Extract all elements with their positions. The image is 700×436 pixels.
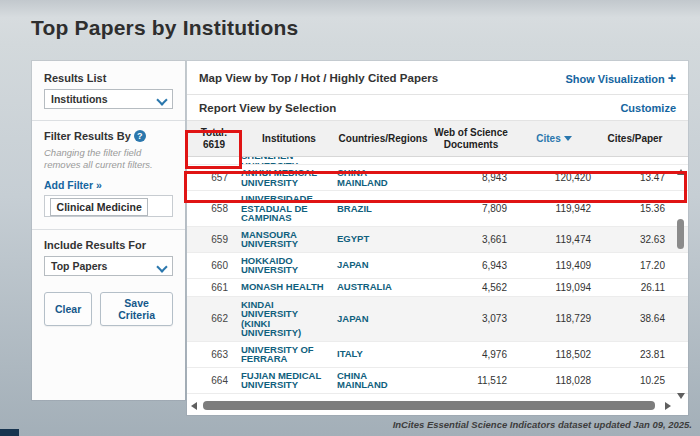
row-institution[interactable]: FUJIAN MEDICAL UNIVERSITY xyxy=(241,371,337,390)
row-rank: 660 xyxy=(187,260,241,271)
vertical-scrollbar[interactable] xyxy=(676,161,686,399)
add-filter-link[interactable]: Add Filter » xyxy=(44,179,173,191)
table-body: SHENZHEN UNIVERSITY 657 ANHUI MEDICAL UN… xyxy=(187,157,688,399)
row-country: CHINA MAINLAND xyxy=(337,371,429,390)
row-institution[interactable]: UNIVERSIDADE ESTADUAL DE CAMPINAS xyxy=(241,194,337,223)
filter-field[interactable]: Clinical Medicine xyxy=(44,195,173,217)
row-rank: 662 xyxy=(187,313,241,324)
report-panel: Map View by Top / Hot / Highly Cited Pap… xyxy=(187,61,688,415)
row-cites: 118,729 xyxy=(513,313,595,324)
row-rank: 657 xyxy=(187,172,241,183)
total-header-cell: Total: 6619 xyxy=(187,127,241,150)
help-icon[interactable]: ? xyxy=(134,130,146,142)
table-row[interactable]: 664 FUJIAN MEDICAL UNIVERSITY CHINA MAIN… xyxy=(187,368,688,394)
table-row[interactable]: 663 UNIVERSITY OF FERRARA ITALY 4,976 11… xyxy=(187,342,688,368)
map-view-title: Map View by Top / Hot / Highly Cited Pap… xyxy=(199,72,438,84)
vertical-scroll-thumb[interactable] xyxy=(677,219,684,249)
row-documents: 3,661 xyxy=(429,234,513,245)
table-row-partial[interactable]: SHENZHEN UNIVERSITY xyxy=(187,157,688,165)
include-results-label: Include Results For xyxy=(44,239,173,251)
results-list-dropdown[interactable]: Institutions xyxy=(44,89,173,109)
row-cites-per-paper: 10.25 xyxy=(595,375,675,386)
filter-value-chip[interactable]: Clinical Medicine xyxy=(50,198,148,216)
horizontal-scroll-thumb[interactable] xyxy=(203,401,655,410)
customize-link[interactable]: Customize xyxy=(620,102,676,114)
filters-sidebar: Results List Institutions Filter Results… xyxy=(32,61,185,400)
filter-hint-text: Changing the filter field removes all cu… xyxy=(44,147,173,172)
row-cites: 120,420 xyxy=(513,172,595,183)
col-header-countries[interactable]: Countries/Regions xyxy=(337,133,429,145)
col-header-cites[interactable]: Cites xyxy=(513,133,595,145)
row-cites: 118,502 xyxy=(513,349,595,360)
row-cites-per-paper: 38.64 xyxy=(595,313,675,324)
row-cites-per-paper: 23.81 xyxy=(595,349,675,360)
row-institution[interactable]: UNIVERSITY OF FERRARA xyxy=(241,345,337,364)
row-rank: 659 xyxy=(187,234,241,245)
scroll-down-icon[interactable] xyxy=(677,393,685,399)
table-row[interactable]: 661 MONASH HEALTH AUSTRALIA 4,562 119,09… xyxy=(187,279,688,297)
row-cites: 119,474 xyxy=(513,234,595,245)
plus-icon: + xyxy=(668,70,676,86)
row-institution[interactable]: HOKKAIDO UNIVERSITY xyxy=(241,256,337,275)
row-documents: 8,943 xyxy=(429,172,513,183)
row-cites-per-paper: 26.11 xyxy=(595,282,675,293)
row-country: ITALY xyxy=(337,349,429,359)
row-cites-per-paper: 17.20 xyxy=(595,260,675,271)
row-cites-per-paper: 32.63 xyxy=(595,234,675,245)
table-row[interactable]: 659 MANSOURA UNIVERSITY EGYPT 3,661 119,… xyxy=(187,227,688,253)
row-country: JAPAN xyxy=(337,314,429,324)
row-institution: SHENZHEN UNIVERSITY xyxy=(241,157,337,164)
sort-desc-icon xyxy=(564,136,572,141)
row-cites: 118,028 xyxy=(513,375,595,386)
row-country: JAPAN xyxy=(337,260,429,270)
row-rank: 663 xyxy=(187,349,241,360)
scroll-up-icon[interactable] xyxy=(677,169,685,175)
row-institution[interactable]: ANHUI MEDICAL UNIVERSITY xyxy=(241,168,337,187)
save-criteria-button[interactable]: Save Criteria xyxy=(100,292,173,326)
col-header-cites-per-paper[interactable]: Cites/Paper xyxy=(595,133,675,145)
row-documents: 4,562 xyxy=(429,282,513,293)
row-documents: 7,809 xyxy=(429,203,513,214)
scroll-left-icon[interactable] xyxy=(191,402,197,410)
table-row[interactable]: 658 UNIVERSIDADE ESTADUAL DE CAMPINAS BR… xyxy=(187,191,688,227)
table-row[interactable]: 660 HOKKAIDO UNIVERSITY JAPAN 6,943 119,… xyxy=(187,253,688,279)
sidebar-divider xyxy=(32,120,185,121)
filter-results-by-label: Filter Results By? xyxy=(44,130,173,142)
chevron-down-icon xyxy=(158,262,166,270)
row-country: BRAZIL xyxy=(337,204,429,214)
row-cites-per-paper: 15.36 xyxy=(595,203,675,214)
row-documents: 4,976 xyxy=(429,349,513,360)
row-institution[interactable]: MANSOURA UNIVERSITY xyxy=(241,230,337,249)
show-visualization-link[interactable]: Show Visualization+ xyxy=(565,70,676,86)
scroll-right-icon[interactable] xyxy=(665,402,671,410)
col-header-institutions[interactable]: Institutions xyxy=(241,133,337,145)
table-header-row: Total: 6619 Institutions Countries/Regio… xyxy=(187,121,688,157)
row-country: AUSTRALIA xyxy=(337,282,429,292)
results-list-label: Results List xyxy=(44,72,173,84)
table-row[interactable]: 662 KINDAI UNIVERSITY (KINKI UNIVERSITY)… xyxy=(187,297,688,342)
clear-button[interactable]: Clear xyxy=(44,292,92,326)
row-cites-per-paper: 13.47 xyxy=(595,172,675,183)
sidebar-divider xyxy=(32,229,185,230)
table-row[interactable]: 657 ANHUI MEDICAL UNIVERSITY CHINA MAINL… xyxy=(187,165,688,191)
row-country: CHINA MAINLAND xyxy=(337,168,429,187)
horizontal-scrollbar[interactable] xyxy=(191,401,671,410)
include-results-value: Top Papers xyxy=(51,260,107,272)
dataset-update-note: InCites Essential Science Indicators dat… xyxy=(393,419,692,430)
corner-decoration xyxy=(0,429,19,436)
row-cites: 119,942 xyxy=(513,203,595,214)
col-header-documents[interactable]: Web of Science Documents xyxy=(429,127,513,150)
row-cites: 119,094 xyxy=(513,282,595,293)
row-rank: 661 xyxy=(187,282,241,293)
include-results-dropdown[interactable]: Top Papers xyxy=(44,256,173,276)
report-view-title: Report View by Selection xyxy=(199,102,336,114)
row-cites: 119,409 xyxy=(513,260,595,271)
row-institution[interactable]: KINDAI UNIVERSITY (KINKI UNIVERSITY) xyxy=(241,300,337,338)
row-rank: 664 xyxy=(187,375,241,386)
row-institution[interactable]: MONASH HEALTH xyxy=(241,282,337,292)
row-documents: 11,512 xyxy=(429,375,513,386)
chevron-down-icon xyxy=(158,95,166,103)
page-title: Top Papers by Institutions xyxy=(31,16,298,40)
row-documents: 6,943 xyxy=(429,260,513,271)
row-rank: 658 xyxy=(187,203,241,214)
